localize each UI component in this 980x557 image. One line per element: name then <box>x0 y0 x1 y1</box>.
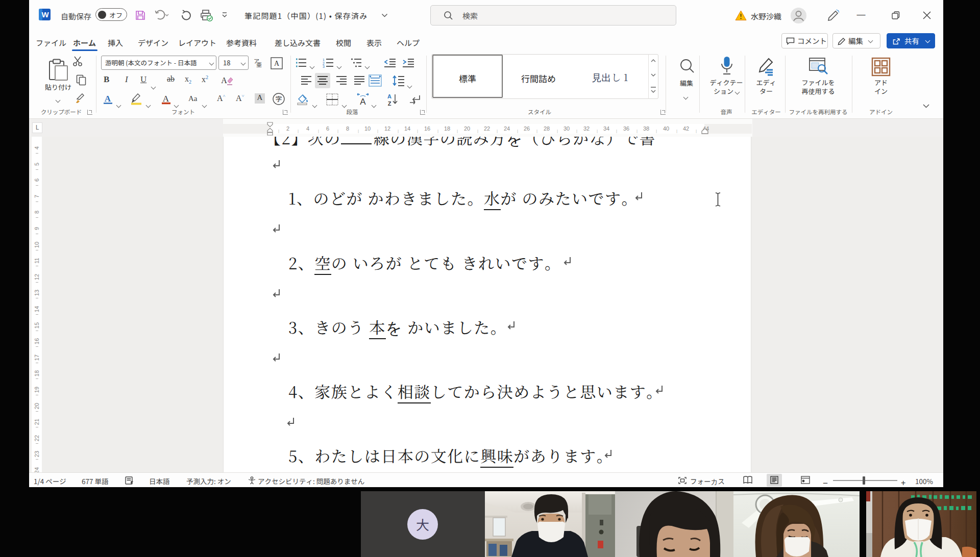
svg-text:W: W <box>41 10 49 19</box>
svg-text:A: A <box>387 93 391 99</box>
svg-text:3: 3 <box>323 65 325 68</box>
svg-text:A: A <box>163 94 169 104</box>
svg-text:A: A <box>274 60 280 67</box>
svg-text:1: 1 <box>323 58 325 62</box>
svg-text:Z: Z <box>388 100 391 106</box>
svg-text:A: A <box>360 97 366 106</box>
svg-text:A: A <box>105 94 111 104</box>
svg-text:字: 字 <box>275 94 282 104</box>
svg-text:A: A <box>221 76 227 85</box>
